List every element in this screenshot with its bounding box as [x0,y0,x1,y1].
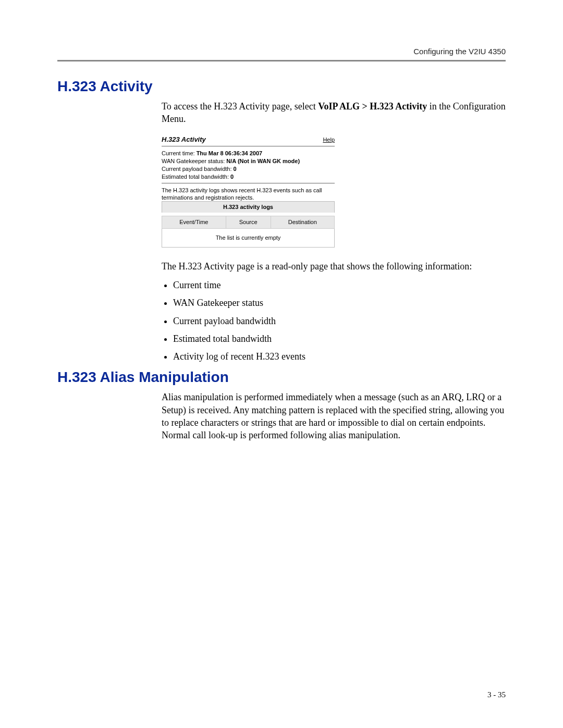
running-head: Configuring the V2IU 4350 [57,47,506,56]
section2-body: Alias manipulation is performed immediat… [162,391,506,441]
current-time-row: Current time: Thu Mar 8 06:36:34 2007 [162,150,335,157]
panel-note: The H.323 activity logs shows recent H.3… [162,187,335,202]
payload-bw-label: Current payload bandwidth: [162,166,234,172]
list-item: Current payload bandwidth [173,315,506,327]
intro-paragraph: To access the H.323 Activity page, selec… [162,100,506,126]
header-rule [57,60,506,61]
current-time-label: Current time: [162,150,197,156]
list-item: WAN Gatekeeper status [173,297,506,309]
est-bw-label: Estimated total bandwidth: [162,174,230,180]
gatekeeper-value: N/A (Not in WAN GK mode) [226,158,300,164]
list-item: Activity log of recent H.323 events [173,350,506,363]
alias-paragraph: Alias manipulation is performed immediat… [162,391,506,441]
table-header-row: Event/Time Source Destination [162,216,335,228]
current-time-value: Thu Mar 8 06:36:34 2007 [197,150,263,156]
payload-bw-value: 0 [234,166,237,172]
est-bw-value: 0 [230,174,234,180]
info-bullet-list: Current time WAN Gatekeeper status Curre… [162,279,506,363]
panel-sep-1 [162,146,335,146]
after-panel-paragraph: The H.323 Activity page is a read-only p… [162,260,506,273]
section-heading-h323-activity: H.323 Activity [57,78,506,95]
intro-pre: To access the H.323 Activity page, selec… [162,101,318,112]
col-event-time: Event/Time [162,216,226,228]
panel-status-block: Current time: Thu Mar 8 06:36:34 2007 WA… [162,150,335,180]
panel-sep-2 [162,183,335,183]
est-bw-row: Estimated total bandwidth: 0 [162,173,335,181]
embedded-panel: H.323 Activity Help Current time: Thu Ma… [162,135,335,248]
activity-log-table: Event/Time Source Destination The list i… [162,216,335,248]
payload-bw-row: Current payload bandwidth: 0 [162,165,335,173]
table-row-empty: The list is currently empty [162,228,335,247]
page: Configuring the V2IU 4350 H.323 Activity… [0,0,563,728]
gatekeeper-row: WAN Gatekeeper status: N/A (Not in WAN G… [162,157,335,165]
menu-path: VoIP ALG > H.323 Activity [318,101,427,112]
section-heading-alias-manipulation: H.323 Alias Manipulation [57,369,506,386]
page-number: 3 - 35 [487,690,506,699]
gatekeeper-label: WAN Gatekeeper status: [162,158,226,164]
panel-head-row: H.323 Activity Help [162,135,335,144]
col-source: Source [226,216,271,228]
section1-body: To access the H.323 Activity page, selec… [162,100,506,363]
panel-title: H.323 Activity [162,135,206,144]
empty-message: The list is currently empty [162,228,335,247]
list-item: Current time [173,279,506,291]
log-table-caption: H.323 activity logs [162,201,335,213]
list-item: Estimated total bandwidth [173,332,506,345]
col-destination: Destination [271,216,334,228]
help-link[interactable]: Help [323,136,335,144]
